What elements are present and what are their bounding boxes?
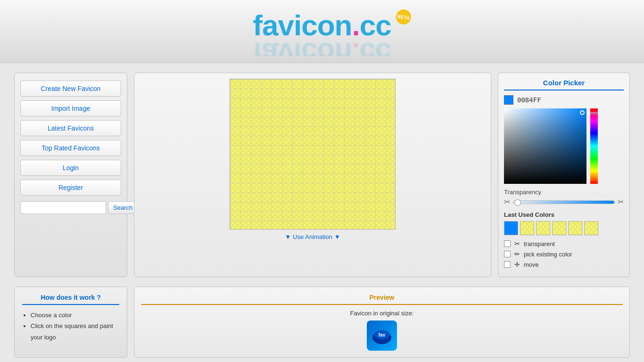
pick-color-icon: ✏ [514,250,520,258]
move-label: move [524,261,539,268]
sidebar: Create New Favicon Import Image Latest F… [14,73,127,277]
logo-cc-text: cc [360,9,391,41]
preview-label: Favicon in original size: [141,310,623,317]
transparency-label: Transparency [504,189,624,196]
last-used-label: Last Used Colors [504,211,624,218]
main-content: Create New Favicon Import Image Latest F… [0,63,644,287]
color-swatch-current[interactable] [504,95,513,105]
color-picker-panel: Color Picker 0084FF Transparency ✂ ✂ Las… [498,73,630,277]
animation-arrow-right: ▼ [334,233,340,240]
transparency-slider[interactable] [513,200,615,204]
latest-favicons-button[interactable]: Latest Favicons [20,120,121,136]
create-new-favicon-button[interactable]: Create New Favicon [20,81,121,97]
favicon-canvas[interactable] [230,79,396,230]
preview-panel: Preview Favicon in original size: fav [134,287,630,358]
canvas-grid-overlay [230,79,395,229]
search-input[interactable] [20,201,106,214]
search-area: Search [20,201,121,214]
transparency-high-icon: ✂ [618,197,624,206]
animation-label[interactable]: Use Animation [293,233,332,240]
top-rated-favicons-button[interactable]: Top Rated Favicons [20,140,121,156]
how-it-works-panel: How does it work ? Choose a color Click … [14,287,127,358]
hue-cursor [589,112,599,114]
pick-color-label: pick existing color [524,251,572,258]
search-button[interactable]: Search [108,201,138,214]
tool-transparent[interactable]: ✂ transparent [504,240,624,247]
tool-move-checkbox[interactable] [504,261,511,268]
transparent-icon: ✂ [514,240,520,247]
tool-move[interactable]: ✛ move [504,261,624,268]
tool-transparent-checkbox[interactable] [504,240,511,247]
color-picker-title: Color Picker [504,79,624,90]
logo-reflection: favicon.cc [253,43,391,56]
last-used-colors [504,221,624,235]
logo-container: favicon.cc BETA favicon.cc [253,8,391,56]
move-icon: ✛ [514,261,520,268]
preview-icon-area: fav [141,321,623,351]
slider-thumb [514,199,521,206]
how-it-works-title: How does it work ? [22,294,119,305]
tool-pick-checkbox[interactable] [504,251,511,257]
color-hex-value: 0084FF [517,96,541,104]
beta-badge: BETA [395,8,412,25]
picker-row [504,108,624,184]
animation-arrow-left: ▼ [285,233,291,240]
animation-bar[interactable]: ▼ Use Animation ▼ [285,233,340,240]
logo-favicon-text: favicon [253,9,352,41]
last-color-hatched-1[interactable] [520,221,534,235]
tool-pick-color[interactable]: ✏ pick existing color [504,250,624,258]
gradient-background [504,108,586,184]
import-image-button[interactable]: Import Image [20,100,121,116]
header: favicon.cc BETA favicon.cc [0,0,644,63]
bottom-content: How does it work ? Choose a color Click … [0,287,644,362]
last-color-hatched-2[interactable] [536,221,550,235]
transparent-label: transparent [524,240,555,247]
logo-dot: . [352,9,359,41]
canvas-area: ▼ Use Animation ▼ [134,73,491,277]
how-it-works-list: Choose a color Click on the squares and … [22,310,119,343]
color-hue-strip[interactable] [590,108,598,184]
how-step-1: Choose a color [31,310,119,321]
last-color-hatched-3[interactable] [552,221,566,235]
preview-favicon: fav [367,321,397,351]
gradient-cursor [580,110,585,115]
transparency-row: ✂ ✂ [504,197,624,206]
last-color-hatched-5[interactable] [584,221,598,235]
login-button[interactable]: Login [20,160,121,176]
svg-text:fav: fav [379,332,386,337]
preview-favicon-svg: fav [371,324,393,347]
color-hex-row: 0084FF [504,95,624,105]
how-step-2: Click on the squares and paint your logo [31,321,119,343]
register-button[interactable]: Register [20,180,121,196]
color-gradient-picker[interactable] [504,108,586,184]
last-color-blue[interactable] [504,221,518,235]
last-color-hatched-4[interactable] [568,221,582,235]
preview-title: Preview [141,294,623,305]
transparency-low-icon: ✂ [504,197,510,206]
logo: favicon.cc BETA [253,8,391,42]
